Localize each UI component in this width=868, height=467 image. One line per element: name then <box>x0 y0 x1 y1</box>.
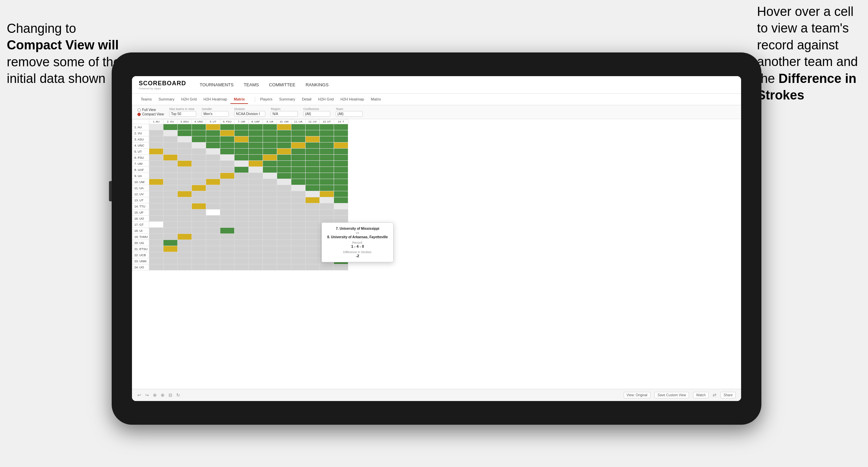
table-row[interactable]: 6. FSU <box>132 155 348 161</box>
matrix-cell[interactable] <box>277 234 291 240</box>
matrix-cell[interactable] <box>220 216 235 222</box>
matrix-cell[interactable] <box>277 149 291 155</box>
matrix-cell[interactable] <box>277 191 291 197</box>
matrix-cell[interactable] <box>149 185 163 191</box>
matrix-cell[interactable] <box>192 136 206 142</box>
matrix-cell[interactable] <box>178 258 192 264</box>
matrix-cell[interactable] <box>306 161 320 167</box>
matrix-cell[interactable] <box>220 234 235 240</box>
table-row[interactable]: 2. VU <box>132 130 348 136</box>
matrix-cell[interactable] <box>220 264 235 270</box>
matrix-cell[interactable] <box>163 197 178 203</box>
matrix-cell[interactable] <box>306 228 320 234</box>
matrix-cell[interactable] <box>263 124 277 130</box>
matrix-cell[interactable] <box>163 161 178 167</box>
matrix-cell[interactable] <box>291 240 306 246</box>
matrix-cell[interactable] <box>206 197 220 203</box>
matrix-cell[interactable] <box>291 155 306 161</box>
matrix-cell[interactable] <box>149 124 163 130</box>
matrix-cell[interactable] <box>306 142 320 149</box>
region-select[interactable]: N/A <box>271 111 298 117</box>
matrix-cell[interactable] <box>192 209 206 216</box>
matrix-cell[interactable] <box>178 161 192 167</box>
matrix-cell[interactable] <box>291 161 306 167</box>
table-row[interactable]: 18. UI <box>132 228 348 234</box>
matrix-cell[interactable] <box>178 130 192 136</box>
undo-icon[interactable]: ↩ <box>137 393 141 398</box>
matrix-cell[interactable] <box>163 173 178 179</box>
matrix-cell[interactable] <box>306 240 320 246</box>
matrix-cell[interactable] <box>306 155 320 161</box>
sub-tab-teams[interactable]: Teams <box>137 95 155 104</box>
matrix-cell[interactable] <box>149 209 163 216</box>
matrix-cell[interactable] <box>263 167 277 173</box>
matrix-cell[interactable] <box>263 173 277 179</box>
matrix-cell[interactable] <box>306 252 320 258</box>
matrix-cell[interactable] <box>206 142 220 149</box>
matrix-cell[interactable] <box>206 185 220 191</box>
matrix-cell[interactable] <box>277 203 291 209</box>
matrix-cell[interactable] <box>263 149 277 155</box>
matrix-cell[interactable] <box>263 252 277 258</box>
matrix-cell[interactable] <box>206 228 220 234</box>
matrix-cell[interactable] <box>235 124 249 130</box>
matrix-cell[interactable] <box>178 203 192 209</box>
matrix-cell[interactable] <box>192 185 206 191</box>
matrix-cell[interactable] <box>178 179 192 185</box>
table-row[interactable]: 12. UV <box>132 191 348 197</box>
matrix-cell[interactable] <box>334 136 348 142</box>
matrix-cell[interactable] <box>163 124 178 130</box>
matrix-cell[interactable] <box>178 136 192 142</box>
nav-rankings[interactable]: RANKINGS <box>306 81 329 89</box>
matrix-cell[interactable] <box>334 191 348 197</box>
matrix-cell[interactable] <box>163 203 178 209</box>
matrix-cell[interactable] <box>192 130 206 136</box>
matrix-cell[interactable] <box>192 161 206 167</box>
gender-select[interactable]: Men's <box>202 111 229 117</box>
matrix-cell[interactable] <box>263 246 277 252</box>
table-row[interactable]: 21. ETSU <box>132 246 348 252</box>
matrix-cell[interactable] <box>320 197 334 203</box>
matrix-cell[interactable] <box>306 203 320 209</box>
tool6-icon[interactable]: ↻ <box>176 393 180 398</box>
matrix-cell[interactable] <box>149 240 163 246</box>
matrix-cell[interactable] <box>220 167 235 173</box>
matrix-cell[interactable] <box>178 252 192 258</box>
matrix-cell[interactable] <box>220 155 235 161</box>
matrix-cell[interactable] <box>163 246 178 252</box>
matrix-cell[interactable] <box>220 142 235 149</box>
matrix-cell[interactable] <box>206 130 220 136</box>
table-row[interactable]: 15. UF <box>132 209 348 216</box>
matrix-cell[interactable] <box>220 161 235 167</box>
nav-tournaments[interactable]: TOURNAMENTS <box>200 81 233 89</box>
matrix-cell[interactable] <box>291 185 306 191</box>
matrix-cell[interactable] <box>163 240 178 246</box>
matrix-cell[interactable] <box>192 124 206 130</box>
matrix-cell[interactable] <box>163 167 178 173</box>
nav-committee[interactable]: COMMITTEE <box>269 81 295 89</box>
matrix-cell[interactable] <box>206 161 220 167</box>
table-row[interactable]: 3. ASU <box>132 136 348 142</box>
matrix-cell[interactable] <box>306 167 320 173</box>
matrix-cell[interactable] <box>163 179 178 185</box>
matrix-cell[interactable] <box>291 222 306 228</box>
table-row[interactable]: 17. GT <box>132 222 348 228</box>
table-row[interactable]: 19. TAMU <box>132 234 348 240</box>
matrix-cell[interactable] <box>235 191 249 197</box>
matrix-cell[interactable] <box>249 234 263 240</box>
matrix-cell[interactable] <box>206 124 220 130</box>
matrix-cell[interactable] <box>277 142 291 149</box>
matrix-cell[interactable] <box>263 264 277 270</box>
matrix-cell[interactable] <box>249 161 263 167</box>
matrix-cell[interactable] <box>192 246 206 252</box>
matrix-cell[interactable] <box>178 173 192 179</box>
matrix-cell[interactable] <box>178 167 192 173</box>
view-original-btn[interactable]: View: Original <box>624 392 651 398</box>
matrix-cell[interactable] <box>249 167 263 173</box>
matrix-cell[interactable] <box>334 124 348 130</box>
matrix-cell[interactable] <box>249 124 263 130</box>
matrix-cell[interactable] <box>178 191 192 197</box>
tool4-icon[interactable]: ⊕ <box>161 393 164 398</box>
matrix-cell[interactable] <box>306 149 320 155</box>
matrix-cell[interactable] <box>263 197 277 203</box>
